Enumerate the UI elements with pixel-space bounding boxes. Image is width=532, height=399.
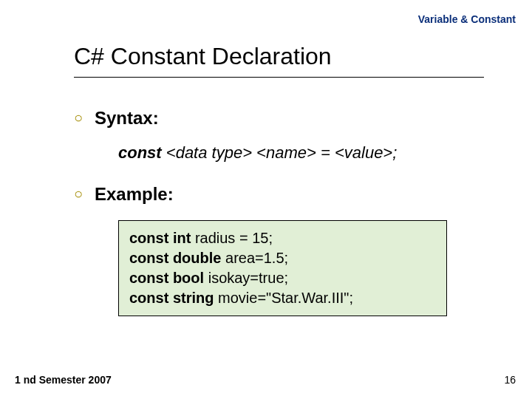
example-rest: isokay=true; xyxy=(204,270,288,286)
example-row: const string movie="Star.War.III"; xyxy=(129,288,436,308)
syntax-rest: <data type> <name> = <value>; xyxy=(162,143,398,162)
example-row: const int radius = 15; xyxy=(129,228,436,248)
type-keyword: int xyxy=(173,230,191,246)
const-keyword: const xyxy=(129,250,168,266)
syntax-heading: Syntax: xyxy=(95,108,159,129)
type-keyword: string xyxy=(173,290,214,306)
example-rest: area=1.5; xyxy=(221,250,288,266)
title-underline xyxy=(74,77,484,78)
const-keyword: const xyxy=(129,290,168,306)
page-number: 16 xyxy=(504,374,516,386)
example-row: const bool isokay=true; xyxy=(129,268,436,288)
type-keyword: bool xyxy=(173,270,204,286)
example-box: const int radius = 15; const double area… xyxy=(118,220,447,316)
example-heading: Example: xyxy=(95,184,174,205)
footer-semester: 1 nd Semester 2007 xyxy=(15,374,112,386)
bullet-icon: ○ xyxy=(74,185,83,202)
const-keyword: const xyxy=(129,270,168,286)
section-header: Variable & Constant xyxy=(418,13,516,25)
syntax-line: const <data type> <name> = <value>; xyxy=(118,143,397,163)
bullet-icon: ○ xyxy=(74,109,83,126)
example-rest: movie="Star.War.III"; xyxy=(214,290,353,306)
type-keyword: double xyxy=(173,250,222,266)
example-rest: radius = 15; xyxy=(191,230,273,246)
example-row: const double area=1.5; xyxy=(129,248,436,268)
slide-title: C# Constant Declaration xyxy=(74,43,332,70)
syntax-keyword: const xyxy=(118,143,162,162)
const-keyword: const xyxy=(129,230,168,246)
